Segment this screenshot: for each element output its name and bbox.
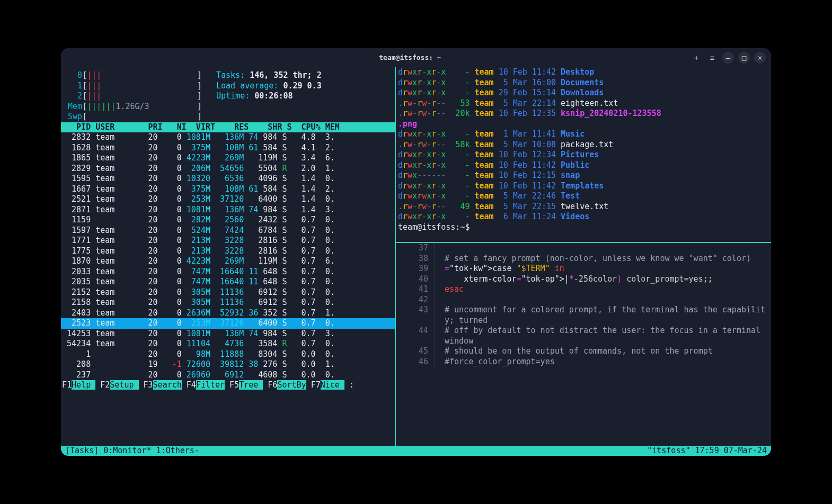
process-row[interactable]: 237 20 0 26960 6912 4608 S 0.0 0.	[61, 370, 395, 381]
process-row[interactable]: 14253 team 20 0 1081M 136M 74 984 S 0.7 …	[61, 329, 395, 339]
process-row[interactable]: 1159 20 0 282M 2560 2432 S 0.7 0.	[61, 215, 395, 226]
menu-icon[interactable]: ≡	[706, 52, 718, 64]
process-row[interactable]: 1628 team 20 0 375M 108M 61 584 S 4.1 2.	[61, 143, 395, 154]
process-row[interactable]: 1597 team 20 0 524M 7424 6784 S 0.7 0.	[61, 226, 395, 236]
editor-line[interactable]: 43# uncomment for a colored prompt, if t…	[398, 305, 769, 326]
process-row[interactable]: 2158 team 20 0 305M 11136 6912 S 0.7 0.	[61, 298, 395, 308]
maximize-button[interactable]: □	[738, 52, 750, 64]
process-row[interactable]: 2152 team 20 0 305M 11136 6912 S 0.7 0.	[61, 287, 395, 298]
process-row[interactable]: 1870 team 20 0 4223M 269M 119M S 0.7 6.	[61, 256, 395, 267]
line-number: 37	[398, 243, 435, 254]
line-number: 42	[398, 295, 435, 305]
editor-line[interactable]: 42	[398, 295, 769, 305]
window-controls: + ≡ – □ ×	[691, 52, 766, 64]
htop-pane[interactable]: 0[||| ] Tasks: 146, 352 thr; 2 1[||| ] L…	[61, 67, 395, 446]
editor-line[interactable]: 37	[398, 243, 769, 254]
line-number: 39	[398, 264, 435, 274]
process-row[interactable]: 2871 team 20 0 1081M 136M 74 984 S 1.4 3…	[61, 205, 395, 215]
process-row[interactable]: 2403 team 20 0 2636M 52932 36 352 S 0.7 …	[61, 308, 395, 319]
line-number: 44	[398, 326, 435, 346]
process-row[interactable]: 1 20 0 98M 11888 8304 S 0.0 0.	[61, 349, 395, 360]
new-tab-icon[interactable]: +	[691, 52, 702, 64]
process-row[interactable]: 1771 team 20 0 213M 3228 2816 S 0.7 0.	[61, 236, 395, 246]
titlebar: team@itsfoss: ~ + ≡ – □ ×	[61, 48, 771, 67]
process-row[interactable]: 2033 team 20 0 747M 16640 11 648 S 0.7 0…	[61, 267, 395, 277]
editor-pane[interactable]: 3738# set a fancy prompt (non-color, unl…	[396, 242, 771, 446]
process-row[interactable]: 2521 team 20 0 253M 37120 6400 S 1.4 0.	[61, 194, 395, 205]
process-row[interactable]: 2829 team 20 0 206M 54656 5504 R 2.0 1.	[61, 164, 395, 174]
tmux-status-bar[interactable]: [Tasks] 0:Monitor* 1:Others- "itsfoss" 1…	[61, 446, 771, 456]
ls-row: drwxr-xr-x - team 5 Mar 16:00 Documents	[398, 78, 769, 88]
ls-pane[interactable]: drwxr-xr-x - team 10 Feb 11:42 Desktopdr…	[396, 67, 771, 242]
ls-row: drwxr-xr-x - team 6 Mar 11:24 Videos	[398, 212, 769, 222]
ls-row: drwxr-xr-x - team 10 Feb 11:42 Templates	[398, 181, 769, 192]
process-row[interactable]: 1595 team 20 0 10320 6536 4096 S 1.4 0.	[61, 174, 395, 184]
ls-row: drwxr-xr-x - team 10 Feb 12:34 Pictures	[398, 150, 769, 160]
line-number: 45	[398, 346, 435, 357]
ls-row: .rw-rw-r-- 49 team 5 Mar 22:15 twelve.tx…	[398, 202, 769, 212]
line-number: 41	[398, 284, 435, 295]
close-button[interactable]: ×	[754, 52, 766, 64]
process-row[interactable]: 54234 team 20 0 11104 4736 3584 R 0.7 0.	[61, 339, 395, 349]
process-row[interactable]: 1865 team 20 0 4223M 269M 119M S 3.4 6.	[61, 153, 395, 164]
process-row[interactable]: 1667 team 20 0 375M 108M 61 584 S 1.4 2.	[61, 184, 395, 195]
status-left: [Tasks] 0:Monitor* 1:Others-	[65, 446, 199, 456]
editor-line[interactable]: 39="tok-kw">case "$TERM" in	[398, 264, 769, 274]
ls-row: .rw-rw-r-- 58k team 5 Mar 10:08 package.…	[398, 140, 769, 150]
process-row[interactable]: 2832 team 20 0 1081M 136M 74 984 S 4.8 3…	[61, 132, 395, 143]
ls-row: drwx------ - team 10 Feb 12:15 snap	[398, 170, 769, 181]
editor-line[interactable]: 40 xterm-color="tok-op">|*-256color) col…	[398, 274, 769, 285]
minimize-button[interactable]: –	[722, 52, 734, 64]
ls-row: drwxr-xr-x - team 10 Feb 11:42 Public	[398, 160, 769, 171]
ls-row: drwxr-xr-x - team 29 Feb 15:14 Downloads	[398, 88, 769, 98]
process-row[interactable]: 2523 team 20 0 253M 37120 6400 S 0.7 0.	[61, 318, 395, 329]
htop-columns: PID USER PRI NI VIRT RES SHR S CPU% MEM	[61, 122, 395, 133]
ls-row: drwxr-xr-x - team 1 Mar 11:41 Music	[398, 129, 769, 140]
ls-row: .rw-rw-r-- 53 team 5 Mar 22:14 eighteen.…	[398, 98, 769, 109]
line-number: 40	[398, 274, 435, 285]
line-number: 38	[398, 254, 435, 264]
process-table[interactable]: 2832 team 20 0 1081M 136M 74 984 S 4.8 3…	[61, 132, 395, 380]
editor-line[interactable]: 41esac	[398, 284, 769, 295]
process-row[interactable]: 1775 team 20 0 213M 3228 2816 S 0.7 0.	[61, 246, 395, 257]
line-number: 46	[398, 357, 435, 367]
htop-footer[interactable]: F1Help F2Setup F3Search F4Filter F5Tree …	[61, 380, 395, 391]
window-title: team@itsfoss: ~	[130, 53, 691, 62]
line-number: 43	[398, 305, 435, 326]
editor-line[interactable]: 46#force_color_prompt=yes	[398, 357, 769, 367]
ls-row: drwxrwxr-x - team 5 Mar 22:46 Test	[398, 191, 769, 202]
process-row[interactable]: 208 19 -1 72600 39812 38 276 S 0.0 1.	[61, 359, 395, 370]
terminal-window: team@itsfoss: ~ + ≡ – □ × 0[||| ] Tasks:…	[61, 48, 771, 456]
shell-prompt[interactable]: team@itsfoss:~$	[398, 222, 769, 233]
editor-line[interactable]: 45# should be on the output of commands,…	[398, 346, 769, 357]
editor-line[interactable]: 44# off by default to not distract the u…	[398, 326, 769, 346]
ls-row: drwxr-xr-x - team 10 Feb 11:42 Desktop	[398, 67, 769, 78]
htop-header: 0[||| ] Tasks: 146, 352 thr; 2 1[||| ] L…	[61, 67, 395, 122]
process-row[interactable]: 2035 team 20 0 747M 16640 11 648 S 0.7 0…	[61, 277, 395, 287]
ls-row: .rw-rw-r-- 20k team 10 Feb 12:35 ksnip_2…	[398, 109, 769, 119]
ls-row-wrap: .png	[398, 119, 769, 130]
editor-line[interactable]: 38# set a fancy prompt (non-color, unles…	[398, 254, 769, 264]
status-right: "itsfoss" 17:59 07-Mar-24	[647, 446, 767, 456]
